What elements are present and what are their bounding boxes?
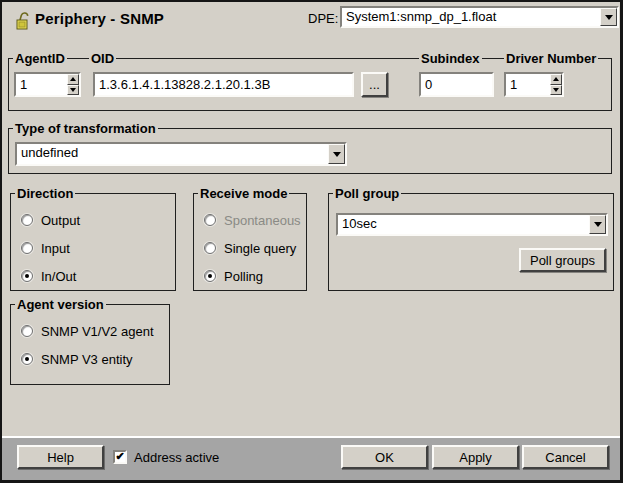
- transformation-group: Type of transformation undefined: [8, 128, 612, 174]
- radio-button-selected-icon[interactable]: [21, 270, 33, 282]
- direction-legend: Direction: [15, 186, 75, 201]
- ok-button[interactable]: OK: [341, 445, 428, 469]
- radio-label: SNMP V3 entity: [41, 352, 133, 367]
- oid-field: [93, 72, 354, 97]
- radio-button-icon[interactable]: [21, 214, 33, 226]
- agent-version-group: Agent version SNMP V1/V2 agent SNMP V3 e…: [10, 304, 170, 385]
- radio-option-inout[interactable]: In/Out: [21, 269, 175, 283]
- transformation-combobox[interactable]: undefined: [15, 142, 347, 166]
- periphery-snmp-dialog: Periphery - SNMP DPE: System1:snmp_dp_1.…: [0, 0, 623, 483]
- radio-label: Spontaneous: [224, 213, 301, 228]
- lock-open-icon: [15, 9, 31, 31]
- checkmark-icon: ✔: [115, 450, 124, 462]
- radio-button-icon[interactable]: [21, 325, 33, 337]
- chevron-down-icon: [333, 152, 341, 157]
- dpe-value: System1:snmp_dp_1.float: [342, 8, 600, 26]
- transformation-value: undefined: [17, 144, 328, 164]
- agent-id-spin-up-button[interactable]: [67, 74, 79, 85]
- help-button[interactable]: Help: [17, 445, 104, 469]
- dpe-label: DPE:: [308, 11, 338, 26]
- cancel-button[interactable]: Cancel: [522, 445, 609, 469]
- radio-option-polling[interactable]: Polling: [204, 269, 306, 283]
- radio-label: In/Out: [41, 269, 76, 284]
- driver-spin-down-button[interactable]: [550, 85, 562, 96]
- arrow-up-icon: [70, 77, 76, 81]
- address-group: AgentID OID Subindex Driver Number ...: [8, 58, 612, 111]
- address-active-label: Address active: [134, 450, 219, 465]
- poll-group-value: 10sec: [338, 215, 589, 234]
- radio-label: Input: [41, 241, 70, 256]
- chevron-down-icon: [605, 15, 613, 20]
- radio-label: Polling: [224, 269, 263, 284]
- poll-group-group: Poll group 10sec Poll groups: [328, 193, 614, 291]
- agent-id-legend: AgentID: [13, 51, 67, 66]
- driver-number-input[interactable]: [506, 74, 550, 95]
- driver-number-spinner[interactable]: [504, 72, 564, 97]
- radio-option-snmp-v1v2[interactable]: SNMP V1/V2 agent: [21, 324, 169, 338]
- receive-mode-group: Receive mode Spontaneous Single query Po…: [193, 193, 307, 291]
- transformation-dropdown-button[interactable]: [328, 144, 345, 164]
- arrow-down-icon: [553, 88, 559, 92]
- radio-label: SNMP V1/V2 agent: [41, 324, 154, 339]
- dpe-dropdown-button[interactable]: [600, 8, 617, 26]
- dialog-title: Periphery - SNMP: [35, 10, 164, 27]
- radio-option-single-query[interactable]: Single query: [204, 241, 306, 255]
- address-active-checkbox[interactable]: ✔: [113, 450, 127, 464]
- receive-mode-legend: Receive mode: [198, 186, 289, 201]
- poll-group-dropdown-button[interactable]: [589, 215, 606, 234]
- subindex-input[interactable]: [421, 74, 492, 95]
- apply-button[interactable]: Apply: [432, 445, 519, 469]
- agent-id-input[interactable]: [16, 74, 67, 95]
- poll-group-legend: Poll group: [333, 186, 401, 201]
- radio-label: Output: [41, 213, 80, 228]
- radio-button-icon[interactable]: [204, 242, 216, 254]
- driver-number-legend: Driver Number: [504, 51, 598, 66]
- agent-version-legend: Agent version: [15, 297, 106, 312]
- oid-legend: OID: [89, 51, 116, 66]
- poll-group-combobox[interactable]: 10sec: [336, 213, 608, 236]
- radio-button-selected-icon[interactable]: [204, 270, 216, 282]
- transformation-legend: Type of transformation: [13, 121, 158, 136]
- radio-option-snmp-v3[interactable]: SNMP V3 entity: [21, 352, 169, 366]
- radio-option-output[interactable]: Output: [21, 213, 175, 227]
- subindex-legend: Subindex: [419, 51, 482, 66]
- radio-button-disabled-icon: [204, 214, 216, 226]
- radio-button-selected-icon[interactable]: [21, 353, 33, 365]
- radio-option-input[interactable]: Input: [21, 241, 175, 255]
- dpe-combobox[interactable]: System1:snmp_dp_1.float: [340, 6, 619, 28]
- agent-id-spinner[interactable]: [14, 72, 81, 97]
- agent-id-spin-down-button[interactable]: [67, 85, 79, 96]
- arrow-up-icon: [553, 77, 559, 81]
- driver-spin-up-button[interactable]: [550, 74, 562, 85]
- oid-browse-button[interactable]: ...: [361, 72, 388, 97]
- chevron-down-icon: [594, 222, 602, 227]
- radio-button-icon[interactable]: [21, 242, 33, 254]
- arrow-down-icon: [70, 88, 76, 92]
- direction-group: Direction Output Input In/Out: [10, 193, 176, 291]
- radio-option-spontaneous: Spontaneous: [204, 213, 306, 227]
- poll-groups-button[interactable]: Poll groups: [519, 248, 606, 272]
- footer-bar: Help ✔ Address active OK Apply Cancel: [2, 436, 620, 480]
- subindex-field: [419, 72, 494, 97]
- oid-input[interactable]: [95, 74, 352, 95]
- radio-label: Single query: [224, 241, 296, 256]
